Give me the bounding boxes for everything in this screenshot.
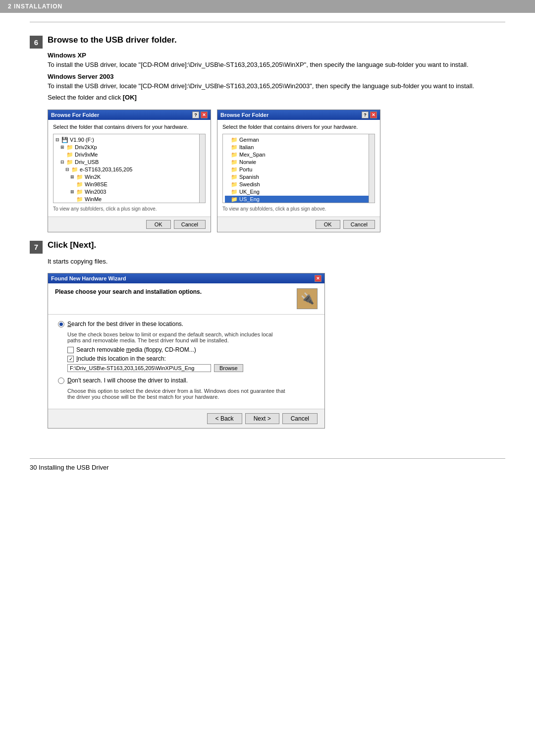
folder-icon: 📁 [76,189,83,195]
dialog1-tree[interactable]: ⊟ 💾 V1.90 (F:) ⊞ 📁 Driv2kXp [53,134,206,203]
tree-item[interactable]: 📁 Spanish [225,173,373,181]
radio2-description: Choose this option to select the device … [67,388,315,400]
checkbox1[interactable] [67,347,74,353]
dialog2-help-icon[interactable]: ? [362,111,369,118]
dialog2-titlebar-icons: ? ✕ [362,111,377,118]
step7-section: 7 Click [Next]. It starts copying files.… [30,240,505,429]
expand-icon [225,189,230,194]
expand-icon: ⊞ [60,145,65,150]
dialog2-instruction: Select the folder that contains drivers … [222,124,375,130]
next-button[interactable]: Next > [245,413,279,424]
radio1-description: Use the check boxes below to limit or ex… [67,331,315,343]
winxp-heading: Windows XP [48,52,505,59]
winserver-text: To install the USB driver, locate "[CD-R… [48,81,505,91]
dialog2-cancel-button[interactable]: Cancel [343,220,375,229]
dialog1-content: Select the folder that contains drivers … [48,120,211,216]
page-footer: 30 Installing the USB Driver [0,459,535,476]
browse-button[interactable]: Browse [214,364,243,372]
winxp-text: To install the USB driver, locate "[CD-R… [48,60,505,70]
path-input[interactable] [67,364,211,372]
tree-item[interactable]: 📁 Win98SE [70,181,203,188]
tree-item[interactable]: 📁 Norwie [225,159,373,166]
tree-item[interactable]: 📁 Driv9xMe [60,151,203,159]
path-row: Browse [67,364,315,372]
tree-item[interactable]: 📁 Mex_Span [225,151,373,159]
expand-icon [225,145,230,150]
dialog2: Browse For Folder ? ✕ Select the folder … [217,109,380,232]
folder-icon: 📁 [76,174,83,180]
tree-item[interactable]: 📁 UK_Eng [225,188,373,196]
radio2-option[interactable]: Don't search. I will choose the driver t… [58,377,315,384]
tree-item[interactable]: 📁 Portu [225,166,373,173]
dialog1-cancel-button[interactable]: Cancel [174,220,206,229]
tree-item[interactable]: ⊟ 💾 V1.90 (F:) [55,136,203,144]
dialog1-scrollbar[interactable] [199,134,205,203]
checkbox2-row[interactable]: ✓ Include this location in the search: [67,355,315,362]
cancel-button[interactable]: Cancel [282,413,318,424]
dialog2-close-icon[interactable]: ✕ [370,111,377,118]
tree-item[interactable]: 📁 WinMe [70,196,203,203]
folder-icon: 📁 [231,189,238,195]
dialog1-close-icon[interactable]: ✕ [201,111,208,118]
radio1-option[interactable]: Search for the best driver in these loca… [58,321,315,327]
dialog1: Browse For Folder ? ✕ Select the folder … [48,109,211,232]
step6-title: Browse to the USB driver folder. [48,35,177,45]
dialog2-hint: To view any subfolders, click a plus sig… [222,206,375,212]
step6-section: 6 Browse to the USB driver folder. Windo… [30,35,505,232]
content-area: 6 Browse to the USB driver folder. Windo… [0,22,535,443]
tree-item[interactable]: 📁 Italian [225,144,373,151]
page-number: 30 Installing the USB Driver [30,464,109,471]
tree-item[interactable]: ⊞ 📁 Win2003 [70,188,203,196]
tree-item[interactable]: 📁 Swedish [225,181,373,188]
folder-icon: 📁 [76,196,83,203]
dialog2-content: Select the folder that contains drivers … [217,120,380,216]
expand-icon: ⊟ [65,167,70,172]
dialog1-help-icon[interactable]: ? [192,111,199,118]
expand-icon: ⊞ [70,174,75,179]
folder-icon: 📁 [66,152,73,158]
expand-icon [225,174,230,179]
step7-subtitle: It starts copying files. [48,257,505,267]
wizard-close-icon[interactable]: ✕ [315,275,321,282]
expand-icon: ⊟ [55,137,60,142]
back-button[interactable]: < Back [207,413,242,424]
winserver-heading: Windows Server 2003 [48,73,505,80]
step7-number: 7 [30,241,43,254]
radio2-label: Don't search. I will choose the driver t… [67,377,188,384]
tree-item[interactable]: ⊞ 📁 Win2K [70,173,203,181]
expand-icon [225,160,230,164]
folder-icon: 📁 [231,159,238,165]
checkbox2[interactable]: ✓ [67,356,74,362]
folder-icon: 📁 [231,137,238,143]
checkbox1-row[interactable]: Search removable media (floppy, CD-ROM..… [67,346,315,353]
dialog1-ok-button[interactable]: OK [146,220,171,229]
dialog2-scrollbar[interactable] [369,134,374,203]
dialog2-tree[interactable]: 📁 German 📁 Italian 📁 [222,134,375,203]
tree-item[interactable]: ⊞ 📁 Driv2kXp [60,144,203,151]
header-label: 2 INSTALLATION [8,3,62,10]
wizard-titlebar-icons: ✕ [315,275,321,282]
expand-icon [225,152,230,157]
radio1-button[interactable] [58,321,64,327]
step6-body: Windows XP To install the USB driver, lo… [48,52,505,232]
step7-body: It starts copying files. Found New Hardw… [48,257,505,429]
tree-item-selected[interactable]: 📁 US_Eng [225,196,373,203]
dialog2-title: Browse For Folder [220,112,268,118]
step7-header: 7 Click [Next]. [30,240,505,254]
tree-item[interactable]: 📁 German [225,136,373,144]
expand-icon [225,167,230,172]
tree-item[interactable]: ⊟ 📁 Driv_USB [60,159,203,166]
folder-icon: 📁 [71,166,78,173]
dialog1-titlebar: Browse For Folder ? ✕ [48,110,211,120]
wizard-title: Found New Hardware Wizard [51,275,126,281]
dialog2-ok-button[interactable]: OK [316,220,340,229]
checkbox2-label: Include this location in the search: [76,355,166,362]
wizard-titlebar: Found New Hardware Wizard ✕ [48,273,324,283]
tree-item[interactable]: ⊟ 📁 e-ST163,203,165,205 [65,166,203,173]
page-header: 2 INSTALLATION [0,0,535,13]
radio2-button[interactable] [58,378,64,384]
expand-icon [60,152,65,157]
folder-icon: 📁 [66,144,73,151]
dialog1-instruction: Select the folder that contains drivers … [53,124,206,130]
dialog1-hint: To view any subfolders, click a plus sig… [53,206,206,212]
